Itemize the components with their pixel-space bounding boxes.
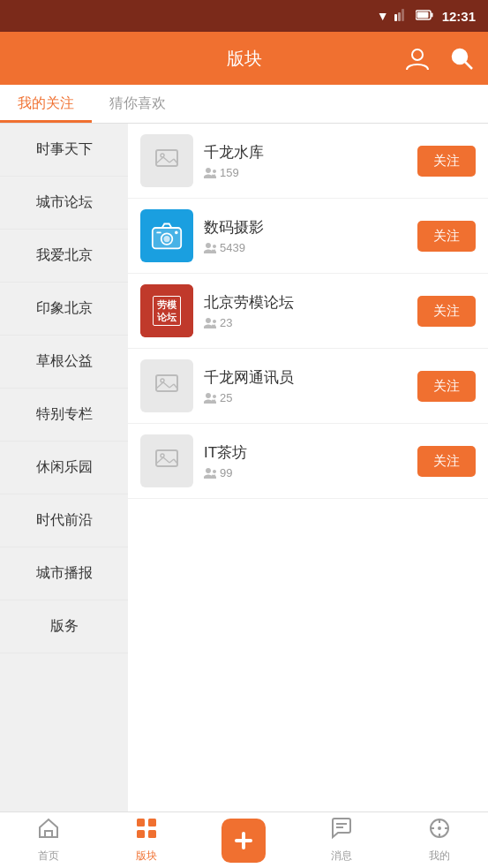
svg-rect-9 bbox=[156, 150, 177, 166]
forum-thumb-4 bbox=[140, 359, 193, 412]
forum-item-4: 千龙网通讯员 25 关注 bbox=[128, 349, 488, 424]
svg-rect-20 bbox=[156, 375, 177, 391]
forum-name-2: 数码摄影 bbox=[204, 217, 407, 238]
search-button[interactable] bbox=[444, 41, 479, 76]
svg-line-27 bbox=[156, 457, 163, 464]
forum-name-1: 千龙水库 bbox=[204, 142, 407, 162]
svg-rect-26 bbox=[156, 450, 177, 466]
forum-members-1: 159 bbox=[204, 166, 407, 179]
header-actions bbox=[400, 41, 479, 76]
svg-line-28 bbox=[163, 457, 169, 463]
forum-thumb-5 bbox=[140, 434, 193, 487]
svg-point-18 bbox=[163, 236, 169, 242]
svg-line-11 bbox=[163, 157, 169, 162]
forum-name-4: 千龙网通讯员 bbox=[204, 367, 407, 388]
svg-line-8 bbox=[465, 62, 472, 69]
forum-item-3: 劳模 论坛 北京劳模论坛 23 关注 bbox=[128, 274, 488, 349]
svg-point-7 bbox=[453, 49, 467, 64]
forum-item-2: 数码摄影 5439 关注 bbox=[128, 199, 488, 274]
svg-point-19 bbox=[175, 231, 178, 235]
svg-rect-35 bbox=[137, 830, 145, 838]
status-bar: ▼ 12:31 bbox=[0, 0, 488, 32]
follow-button-3[interactable]: 关注 bbox=[417, 296, 476, 327]
svg-line-10 bbox=[156, 157, 163, 163]
sidebar-item-xiuxian[interactable]: 休闲乐园 bbox=[0, 442, 128, 494]
svg-rect-4 bbox=[431, 13, 432, 18]
svg-rect-36 bbox=[148, 830, 156, 838]
sidebar-item-shishi[interactable]: 时事天下 bbox=[0, 124, 128, 177]
forum-info-4: 千龙网通讯员 25 bbox=[204, 367, 407, 404]
svg-rect-2 bbox=[402, 9, 404, 21]
svg-line-22 bbox=[163, 382, 169, 388]
sidebar-item-cangen[interactable]: 草根公益 bbox=[0, 336, 128, 389]
placeholder-icon-1 bbox=[154, 146, 179, 176]
sidebar-item-tebie[interactable]: 特别专栏 bbox=[0, 389, 128, 442]
bottom-tabbar: 首页 版块 消息 bbox=[0, 811, 488, 868]
chat-icon bbox=[330, 817, 353, 845]
svg-rect-1 bbox=[398, 12, 401, 21]
svg-rect-34 bbox=[148, 819, 156, 826]
forum-name-3: 北京劳模论坛 bbox=[204, 292, 407, 313]
grid-icon bbox=[135, 817, 158, 845]
header-title: 版块 bbox=[227, 47, 262, 71]
placeholder-icon-5 bbox=[154, 446, 179, 476]
svg-rect-33 bbox=[137, 819, 145, 826]
sidebar-item-banwu[interactable]: 版务 bbox=[0, 600, 128, 653]
forum-info-1: 千龙水库 159 bbox=[204, 142, 407, 179]
signal-icon bbox=[394, 9, 410, 24]
svg-rect-0 bbox=[394, 14, 397, 21]
tab-bankai-label: 版块 bbox=[136, 849, 157, 864]
forum-members-5: 99 bbox=[204, 466, 407, 479]
svg-line-21 bbox=[156, 382, 163, 389]
laomo-label-1: 劳模 bbox=[157, 298, 176, 311]
status-time: 12:31 bbox=[442, 9, 476, 24]
svg-point-25 bbox=[161, 379, 164, 382]
follow-button-4[interactable]: 关注 bbox=[417, 371, 476, 402]
forum-info-2: 数码摄影 5439 bbox=[204, 217, 407, 254]
svg-rect-32 bbox=[45, 831, 52, 837]
forum-item-5: IT茶坊 99 关注 bbox=[128, 424, 488, 499]
tab-home[interactable]: 首页 bbox=[0, 812, 98, 868]
forum-info-5: IT茶坊 99 bbox=[204, 442, 407, 479]
sidebar-item-woai[interactable]: 我爱北京 bbox=[0, 230, 128, 283]
tab-recommended[interactable]: 猜你喜欢 bbox=[92, 85, 184, 123]
sidebar-item-chengshi[interactable]: 城市论坛 bbox=[0, 177, 128, 230]
category-sidebar: 时事天下 城市论坛 我爱北京 印象北京 草根公益 特别专栏 休闲乐园 时代前沿 … bbox=[0, 124, 128, 811]
forum-members-4: 25 bbox=[204, 391, 407, 404]
battery-icon bbox=[416, 9, 433, 23]
follow-button-2[interactable]: 关注 bbox=[417, 221, 476, 252]
compass-icon bbox=[428, 817, 451, 845]
sidebar-item-yinxiang[interactable]: 印象北京 bbox=[0, 283, 128, 336]
tab-my-follows[interactable]: 我的关注 bbox=[0, 85, 92, 123]
header: 版块 bbox=[0, 32, 488, 85]
sidebar-item-chengshibo[interactable]: 城市播报 bbox=[0, 547, 128, 600]
top-tabs: 我的关注 猜你喜欢 bbox=[0, 85, 488, 124]
wifi-icon: ▼ bbox=[377, 9, 389, 23]
main-content: 时事天下 城市论坛 我爱北京 印象北京 草根公益 特别专栏 休闲乐园 时代前沿 … bbox=[0, 124, 488, 811]
forum-members-3: 23 bbox=[204, 316, 407, 329]
forum-thumb-3: 劳模 论坛 bbox=[140, 284, 193, 337]
svg-point-14 bbox=[161, 154, 164, 157]
home-icon bbox=[37, 817, 60, 845]
forum-info-3: 北京劳模论坛 23 bbox=[204, 292, 407, 329]
svg-rect-38 bbox=[235, 839, 252, 842]
tab-home-label: 首页 bbox=[38, 849, 59, 864]
tab-mine-label: 我的 bbox=[429, 849, 450, 864]
profile-button[interactable] bbox=[400, 41, 435, 76]
svg-point-31 bbox=[161, 454, 164, 457]
follow-button-1[interactable]: 关注 bbox=[417, 146, 476, 177]
sidebar-item-shidai[interactable]: 时代前沿 bbox=[0, 494, 128, 547]
tab-messages-label: 消息 bbox=[331, 849, 352, 864]
svg-line-29 bbox=[169, 459, 174, 463]
tab-bankai[interactable]: 版块 bbox=[98, 812, 196, 868]
add-button[interactable] bbox=[221, 819, 266, 863]
svg-line-12 bbox=[169, 159, 174, 162]
follow-button-5[interactable]: 关注 bbox=[417, 446, 476, 477]
tab-add[interactable] bbox=[195, 812, 293, 868]
svg-rect-5 bbox=[417, 12, 428, 19]
svg-point-6 bbox=[412, 49, 423, 60]
forum-name-5: IT茶坊 bbox=[204, 442, 407, 463]
tab-messages[interactable]: 消息 bbox=[293, 812, 391, 868]
tab-mine[interactable]: 我的 bbox=[390, 812, 488, 868]
svg-point-42 bbox=[438, 826, 441, 830]
